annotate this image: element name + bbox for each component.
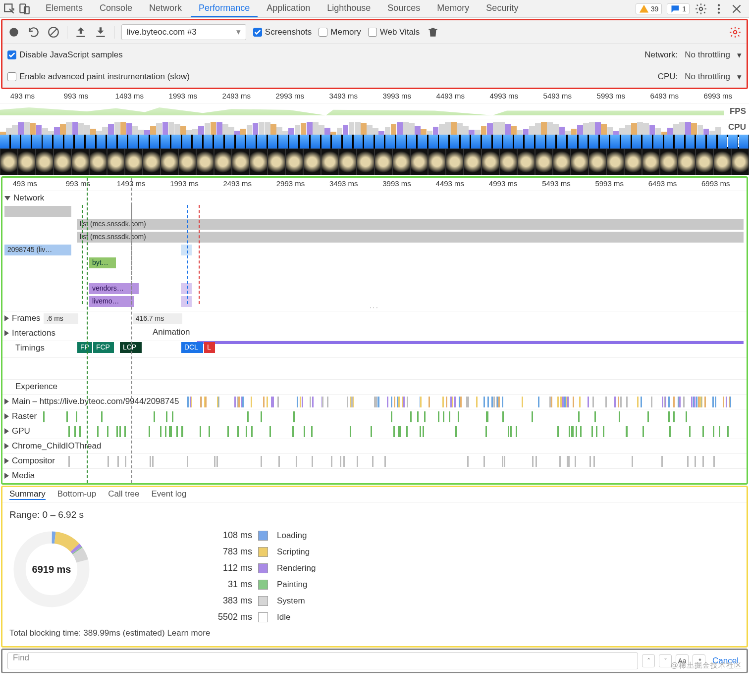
device-toggle-icon[interactable] <box>18 2 31 15</box>
tab-lighthouse[interactable]: Lighthouse <box>319 0 378 17</box>
cpu-row: CPU <box>0 119 749 135</box>
svg-point-5 <box>718 7 720 9</box>
lane-raster[interactable]: Raster <box>12 411 37 421</box>
svg-point-4 <box>718 4 720 6</box>
chevron-down-icon: ▾ <box>737 72 742 82</box>
cancel-button[interactable]: Cancel <box>709 656 742 666</box>
lane-gpu[interactable]: GPU <box>12 426 30 436</box>
more-icon[interactable] <box>712 2 725 15</box>
paint-instrumentation-checkbox[interactable]: Enable advanced paint instrumentation (s… <box>7 72 190 82</box>
tab-network[interactable]: Network <box>141 0 190 17</box>
summary-panel: SummaryBottom-upCall treeEvent log Range… <box>1 486 748 648</box>
tab-sources[interactable]: Sources <box>379 0 428 17</box>
tab-security[interactable]: Security <box>478 0 526 17</box>
swatch-rendering <box>258 563 268 573</box>
chevron-down-icon: ▾ <box>236 27 241 37</box>
swatch-loading <box>258 531 268 541</box>
svg-point-6 <box>718 11 720 13</box>
summary-tab-call-tree[interactable]: Call tree <box>108 489 139 500</box>
swatch-painting <box>258 580 268 590</box>
swatch-system <box>258 596 268 606</box>
download-icon[interactable] <box>94 26 107 39</box>
case-sensitive-button[interactable]: Aa <box>676 654 689 667</box>
prev-match-icon[interactable]: ˄ <box>642 654 655 667</box>
donut-chart: 6919 ms <box>9 527 94 611</box>
svg-point-3 <box>699 7 703 10</box>
warnings-badge[interactable]: 39 <box>636 3 662 14</box>
upload-icon[interactable] <box>74 26 87 39</box>
fps-row: FPS <box>0 103 749 119</box>
summary-tab-bottom-up[interactable]: Bottom-up <box>57 489 96 500</box>
find-input[interactable]: Find <box>7 652 638 669</box>
network-throttle-select[interactable]: No throttling▾ <box>685 50 742 60</box>
summary-tabs: SummaryBottom-upCall treeEvent log <box>2 487 747 502</box>
disable-js-samples-checkbox[interactable]: Disable JavaScript samples <box>7 50 123 60</box>
screenshot-thumbnails[interactable] <box>0 149 749 175</box>
capture-settings-icon[interactable] <box>729 26 742 39</box>
tab-application[interactable]: Application <box>259 0 318 17</box>
legend: 108 msLoading783 msScripting112 msRender… <box>104 527 316 625</box>
lane-interactions[interactable]: Interactions <box>12 328 55 338</box>
inspect-icon[interactable] <box>3 2 16 15</box>
next-match-icon[interactable]: ˅ <box>659 654 672 667</box>
regex-button[interactable]: .* <box>693 654 705 667</box>
tab-performance[interactable]: Performance <box>191 0 258 17</box>
lane-frames[interactable]: Frames <box>12 313 41 323</box>
reload-icon[interactable] <box>27 26 40 39</box>
lane-main[interactable]: Main – https://live.byteoc.com/9944/2098… <box>12 397 179 406</box>
cpu-throttle-label: CPU: <box>658 72 678 82</box>
lane-network[interactable]: Network <box>13 193 44 203</box>
find-bar: Find ˄ ˅ Aa .* Cancel <box>1 649 748 673</box>
screenshots-checkbox[interactable]: Screenshots <box>253 27 312 37</box>
recording-controls: live.byteoc.com #3▾ Screenshots Memory W… <box>1 19 748 89</box>
lane-experience: Experience <box>15 382 57 392</box>
chevron-down-icon: ▾ <box>737 50 742 60</box>
lane-timings: Timings <box>15 343 45 353</box>
tbt-text: Total blocking time: 389.99ms (estimated… <box>2 625 747 641</box>
svg-point-9 <box>734 30 737 34</box>
record-icon[interactable] <box>7 26 20 39</box>
summary-tab-summary[interactable]: Summary <box>9 489 46 500</box>
clear-icon[interactable] <box>47 26 60 39</box>
tab-console[interactable]: Console <box>92 0 140 17</box>
recording-select[interactable]: live.byteoc.com #3▾ <box>121 24 246 40</box>
summary-tab-event-log[interactable]: Event log <box>151 489 186 500</box>
trash-icon[interactable] <box>427 26 439 39</box>
flame-ruler: 493 ms993 ms1493 ms1993 ms2493 ms2993 ms… <box>2 178 747 191</box>
net-row: NET <box>0 135 749 149</box>
lane-compositor[interactable]: Compositor <box>12 456 55 466</box>
devtools-tabbar: ElementsConsoleNetworkPerformanceApplica… <box>0 0 749 18</box>
tab-memory[interactable]: Memory <box>429 0 477 17</box>
cpu-throttle-select[interactable]: No throttling▾ <box>685 72 742 82</box>
swatch-idle <box>258 612 268 622</box>
network-throttle-label: Network: <box>644 50 678 60</box>
network-lane-body: list (mcs.snssdk.com) list (mcs.snssdk.c… <box>2 205 747 304</box>
tab-elements[interactable]: Elements <box>38 0 91 17</box>
webvitals-checkbox[interactable]: Web Vitals <box>368 27 420 37</box>
panel-tabs: ElementsConsoleNetworkPerformanceApplica… <box>35 0 634 17</box>
flame-chart[interactable]: 493 ms993 ms1493 ms1993 ms2493 ms2993 ms… <box>1 176 748 485</box>
settings-icon[interactable] <box>695 2 707 15</box>
close-icon[interactable] <box>730 2 743 15</box>
overview-ruler: 493 ms993 ms1493 ms1993 ms2493 ms2993 ms… <box>0 90 749 103</box>
swatch-scripting <box>258 547 268 557</box>
lane-media[interactable]: Media <box>12 471 35 481</box>
range-label: Range: 0 – 6.92 s <box>2 502 747 522</box>
svg-point-7 <box>9 28 18 36</box>
lane-childio[interactable]: Chrome_ChildIOThread <box>12 441 101 451</box>
overview[interactable]: 493 ms993 ms1493 ms1993 ms2493 ms2993 ms… <box>0 90 749 175</box>
messages-badge[interactable]: 1 <box>667 3 690 14</box>
memory-checkbox[interactable]: Memory <box>319 27 361 37</box>
